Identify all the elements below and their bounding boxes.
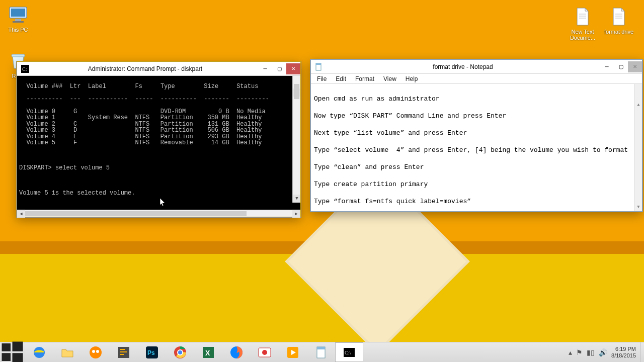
menu-help[interactable]: Help [401,75,422,83]
taskbar-item-excel[interactable]: X [194,342,222,362]
svg-rect-2 [15,19,21,21]
firefox-icon [229,345,244,359]
svg-rect-4 [12,54,25,57]
cmd-icon: C: [21,65,29,73]
clock-time: 6:19 PM [611,346,636,352]
svg-rect-40 [317,347,325,349]
svg-point-20 [90,346,102,358]
cmd-header-row: Volume ### Ltr Label Fs Type Size Status [19,83,298,90]
desktop-icon-new-text-doc[interactable]: New Text Docume... [565,6,601,41]
taskbar-item-media[interactable] [279,342,307,362]
svg-point-31 [178,350,182,354]
menu-edit[interactable]: Edit [332,75,350,83]
np-line: Open cmd as run as administrator [314,95,639,103]
desktop-icon-format-drive[interactable]: format drive [601,6,637,35]
cmd-volume-row: Volume 3 D NTFS Partition 506 GB Healthy [19,127,298,134]
svg-text:C:: C: [22,66,27,72]
action-center-icon[interactable]: ⚑ [576,348,583,356]
notepad-icon [315,63,323,71]
tray-overflow-icon[interactable]: ▴ [569,348,572,356]
scroll-right-arrow-icon[interactable]: ► [292,210,300,218]
menu-view[interactable]: View [379,75,400,83]
svg-text:Ps: Ps [147,349,155,356]
chrome-icon [173,345,187,359]
svg-point-22 [96,350,99,353]
cmd-horizontal-scrollbar[interactable]: ◄ ► [17,210,300,217]
close-button[interactable]: ✕ [286,63,300,74]
scroll-up-arrow-icon[interactable]: ▲ [634,101,642,109]
taskbar-item-recorder[interactable] [251,342,279,362]
scroll-down-arrow-icon[interactable]: ▼ [293,195,300,203]
taskbar-item-cmd[interactable]: C:\ [335,342,363,362]
svg-rect-26 [120,354,124,355]
windows-logo-icon [0,340,25,362]
cmd-icon: C:\ [342,345,356,359]
media-player-icon [286,345,300,359]
notepad-text-area[interactable]: Open cmd as run as administrator Now typ… [311,84,642,211]
np-line: Now type “DISK PART” Command Line and pr… [314,112,639,120]
svg-rect-24 [120,349,125,350]
np-line: Type “select volume 4” and press Enter, … [314,146,639,154]
cmd-line: Volume 5 is the selected volume. [19,190,298,197]
screen-recorder-icon [258,345,272,359]
scroll-thumb[interactable] [25,211,247,216]
np-line: Next type “list volume” and press Enter [314,129,639,137]
taskbar-item-chrome[interactable] [166,342,194,362]
cmd-title: Administrator: Command Prompt - diskpart [32,65,258,72]
svg-rect-25 [120,351,127,352]
network-icon[interactable]: ▮▯ [587,348,595,356]
notepad-menu-bar: File Edit Format View Help [311,74,642,84]
desktop-icon-label: This PC [8,27,28,33]
command-prompt-window[interactable]: C: Administrator: Command Prompt - diskp… [17,61,301,217]
cmd-header-underline: ---------- --- ----------- ----- -------… [19,96,298,103]
notepad-window[interactable]: format drive - Notepad ─ ▢ ✕ File Edit F… [310,59,642,212]
minimize-button[interactable]: ─ [600,61,614,72]
np-line: Type create partition primary [314,180,639,189]
cmd-output-area[interactable]: Volume ### Ltr Label Fs Type Size Status… [17,76,300,210]
desktop-icon-label: format drive [604,29,633,35]
taskbar-item-photoshop[interactable]: Ps [138,342,166,362]
taskbar-clock[interactable]: 6:19 PM 8/18/2015 [611,346,636,359]
cmd-titlebar[interactable]: C: Administrator: Command Prompt - diskp… [17,62,300,76]
scroll-thumb[interactable] [294,84,299,99]
show-desktop-button[interactable] [640,342,644,362]
close-button[interactable]: ✕ [628,61,642,72]
svg-rect-18 [13,353,23,362]
taskbar-item-sublime[interactable] [110,342,138,362]
svg-point-36 [262,350,267,355]
maximize-button[interactable]: ▢ [614,61,628,72]
taskbar-item-uc[interactable] [82,342,110,362]
svg-rect-17 [2,353,11,361]
taskbar: Ps X C:\ ▴ ⚑ ▮▯ 🔊 6:19 PM 8/18/2015 [0,342,644,362]
maximize-button[interactable]: ▢ [272,63,286,74]
cmd-line: DISKPART> select volume 5 [19,165,298,171]
taskbar-item-firefox[interactable] [222,342,251,362]
cmd-vertical-scrollbar[interactable]: ▲ ▼ [292,76,300,203]
np-line: Type “format fs=ntfs quick label=movies” [314,197,639,206]
system-tray: ▴ ⚑ ▮▯ 🔊 6:19 PM 8/18/2015 [565,342,640,362]
notepad-titlebar[interactable]: format drive - Notepad ─ ▢ ✕ [311,60,642,74]
ie-icon [32,345,46,359]
scroll-left-arrow-icon[interactable]: ◄ [17,210,25,218]
volume-icon[interactable]: 🔊 [599,348,607,356]
menu-format[interactable]: Format [351,75,378,83]
taskbar-item-explorer[interactable] [53,342,82,362]
folder-icon [60,345,74,359]
svg-text:X: X [205,349,210,357]
svg-rect-14 [316,63,321,65]
menu-file[interactable]: File [313,75,331,83]
scroll-down-arrow-icon[interactable]: ▼ [634,203,642,211]
photoshop-icon: Ps [145,345,159,359]
taskbar-item-notepad[interactable] [307,342,335,362]
cmd-volume-row: Volume 5 F NTFS Removable 14 GB Healthy [19,140,298,146]
notepad-title: format drive - Notepad [326,63,600,70]
excel-icon: X [201,345,215,359]
editor-icon [117,345,131,359]
minimize-button[interactable]: ─ [258,63,272,74]
start-button[interactable] [0,342,25,362]
notepad-vertical-scrollbar[interactable]: ▲ ▼ [634,84,642,211]
desktop-icon-this-pc[interactable]: This PC [0,4,36,33]
taskbar-item-ie[interactable] [25,342,53,362]
svg-rect-15 [2,343,11,351]
clock-date: 8/18/2015 [611,352,636,359]
